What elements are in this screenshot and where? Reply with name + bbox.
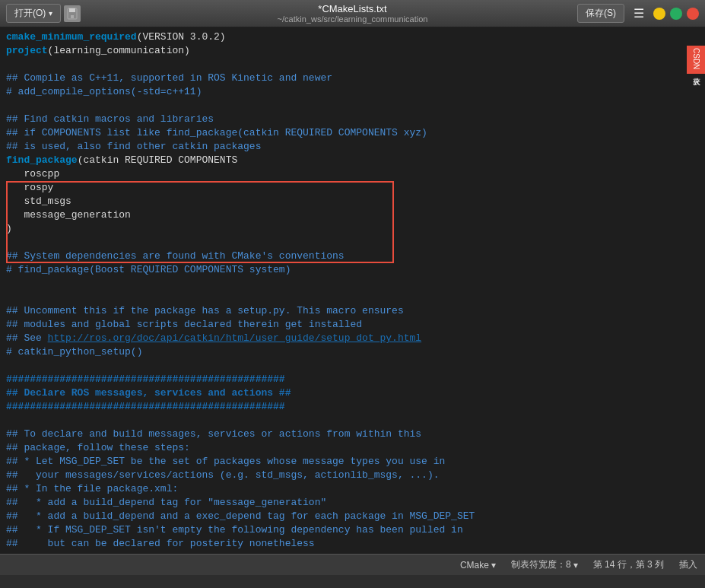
code-line xyxy=(0,359,705,373)
code-line: # add_compile_options(-std=c++11) xyxy=(0,85,705,99)
code-line xyxy=(0,236,705,250)
code-line: ########################################… xyxy=(0,400,705,414)
code-line: ## Compile as C++11, supported in ROS Ki… xyxy=(0,72,705,85)
code-line xyxy=(0,99,705,113)
code-line: ## See http://ros.org/doc/api/catkin/htm… xyxy=(0,332,705,345)
code-line: ## Find catkin macros and libraries xyxy=(0,113,705,126)
save-button[interactable]: 保存(S) xyxy=(577,4,624,23)
code-line: ## * add a build_depend and a exec_depen… xyxy=(0,510,705,523)
code-line: ## but can be declared for posterity non… xyxy=(0,537,705,551)
code-line: ## is used, also find other catkin packa… xyxy=(0,140,705,154)
cmake-status[interactable]: CMake ▾ xyxy=(460,560,496,571)
cursor-position: 第 14 行，第 3 列 xyxy=(593,558,664,571)
code-line xyxy=(0,277,705,291)
code-line: roscpp xyxy=(0,167,705,181)
title-bar-center: *CMakeLists.txt ~/catkin_ws/src/learning… xyxy=(278,3,428,24)
editor-area[interactable]: cmake_minimum_required(VERSION 3.0.2)pro… xyxy=(0,27,705,554)
window-title: *CMakeLists.txt xyxy=(278,3,428,14)
code-line: cmake_minimum_required(VERSION 3.0.2) xyxy=(0,30,705,44)
save-file-icon[interactable] xyxy=(64,5,81,22)
title-bar-left: 打开(O) ▾ xyxy=(6,4,81,23)
code-line xyxy=(0,58,705,72)
edit-mode: 插入 xyxy=(679,558,697,571)
code-line: ## System dependencies are found with CM… xyxy=(0,250,705,263)
svg-rect-2 xyxy=(71,15,74,18)
code-line: # find_package(Boost REQUIRED COMPONENTS… xyxy=(0,263,705,277)
code-line: ## Uncomment this if the package has a s… xyxy=(0,304,705,318)
hamburger-menu-button[interactable]: ☰ xyxy=(629,4,649,23)
open-label: 打开(O) xyxy=(14,7,46,20)
minimize-button[interactable] xyxy=(653,8,665,20)
code-line: ## * Let MSG_DEP_SET be the set of packa… xyxy=(0,455,705,469)
code-line: ## modules and global scripts declared t… xyxy=(0,318,705,332)
code-line: ## Declare ROS messages, services and ac… xyxy=(0,386,705,400)
cmake-label: CMake xyxy=(460,560,489,571)
code-line: std_msgs xyxy=(0,195,705,208)
code-line: project(learning_communication) xyxy=(0,44,705,58)
tab-width-label: 制表符宽度：8 xyxy=(511,558,571,571)
code-line: ## * If MSG_DEP_SET isn't empty the foll… xyxy=(0,523,705,537)
code-line: ## if COMPONENTS list like find_package(… xyxy=(0,126,705,140)
close-button[interactable] xyxy=(687,8,699,20)
code-line: find_package(catkin REQUIRED COMPONENTS xyxy=(0,154,705,167)
code-line xyxy=(0,291,705,304)
cmake-dropdown-arrow: ▾ xyxy=(491,560,496,571)
code-line: ## To declare and build messages, servic… xyxy=(0,427,705,441)
code-line: ## * In the file package.xml: xyxy=(0,482,705,496)
code-line: # catkin_python_setup() xyxy=(0,345,705,359)
maximize-button[interactable] xyxy=(670,8,682,20)
svg-rect-1 xyxy=(69,8,75,12)
title-bar: 打开(O) ▾ *CMakeLists.txt ~/catkin_ws/src/… xyxy=(0,0,705,27)
window-subtitle: ~/catkin_ws/src/learning_communication xyxy=(278,14,428,24)
tab-width-status[interactable]: 制表符宽度：8 ▾ xyxy=(511,558,578,571)
csdn-badge: CSDN 获火 xyxy=(687,46,705,74)
open-dropdown-arrow: ▾ xyxy=(49,9,52,17)
code-line: ########################################… xyxy=(0,373,705,386)
title-bar-right: 保存(S) ☰ xyxy=(577,4,699,23)
status-bar: CMake ▾ 制表符宽度：8 ▾ 第 14 行，第 3 列 插入 xyxy=(0,554,705,575)
code-line: ## package, follow these steps: xyxy=(0,441,705,455)
code-line: rospy xyxy=(0,181,705,195)
editor-wrapper: cmake_minimum_required(VERSION 3.0.2)pro… xyxy=(0,27,705,554)
open-button[interactable]: 打开(O) ▾ xyxy=(6,4,61,23)
code-line: ) xyxy=(0,222,705,236)
code-line: message_generation xyxy=(0,208,705,222)
code-line: ## your messages/services/actions (e.g. … xyxy=(0,469,705,482)
code-line xyxy=(0,414,705,427)
tab-width-arrow: ▾ xyxy=(573,560,578,571)
code-line: ## * add a build_depend tag for "message… xyxy=(0,496,705,510)
